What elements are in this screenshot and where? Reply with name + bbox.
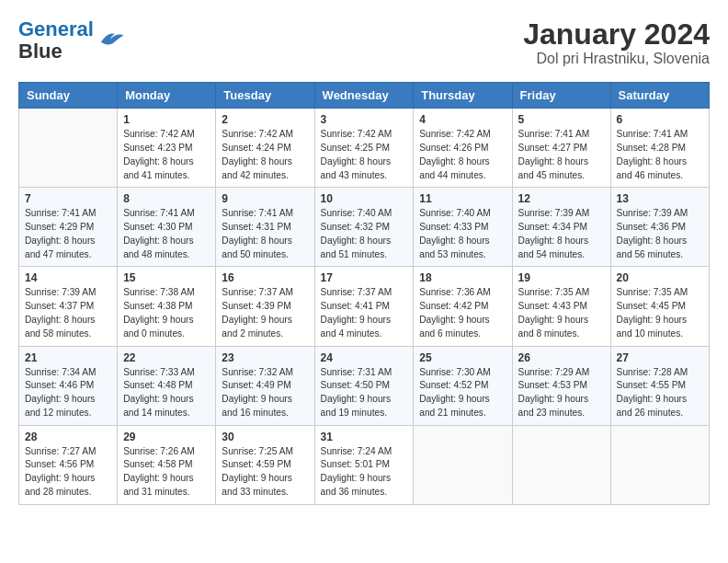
calendar-cell: 7Sunrise: 7:41 AMSunset: 4:29 PMDaylight… <box>19 188 118 267</box>
day-number: 30 <box>222 431 308 443</box>
day-info: Sunrise: 7:42 AMSunset: 4:24 PMDaylight:… <box>222 128 308 182</box>
day-number: 31 <box>321 431 408 443</box>
day-number: 7 <box>25 192 111 205</box>
calendar-cell: 13Sunrise: 7:39 AMSunset: 4:36 PMDayligh… <box>610 188 709 267</box>
day-info: Sunrise: 7:39 AMSunset: 4:37 PMDaylight:… <box>25 286 111 340</box>
day-number: 17 <box>321 271 408 284</box>
weekday-header-friday: Friday <box>512 83 610 109</box>
day-info: Sunrise: 7:39 AMSunset: 4:36 PMDaylight:… <box>617 207 703 261</box>
day-info: Sunrise: 7:41 AMSunset: 4:28 PMDaylight:… <box>617 128 703 182</box>
day-number: 1 <box>123 113 210 126</box>
day-info: Sunrise: 7:34 AMSunset: 4:46 PMDaylight:… <box>25 366 111 420</box>
day-number: 24 <box>321 351 408 364</box>
calendar-cell: 5Sunrise: 7:41 AMSunset: 4:27 PMDaylight… <box>512 109 610 188</box>
day-number: 2 <box>222 113 308 126</box>
calendar-cell: 6Sunrise: 7:41 AMSunset: 4:28 PMDaylight… <box>610 109 709 188</box>
weekday-row: SundayMondayTuesdayWednesdayThursdayFrid… <box>19 83 710 109</box>
calendar-cell: 11Sunrise: 7:40 AMSunset: 4:33 PMDayligh… <box>414 188 512 267</box>
calendar-week-row: 21Sunrise: 7:34 AMSunset: 4:46 PMDayligh… <box>19 346 710 425</box>
calendar-body: 1Sunrise: 7:42 AMSunset: 4:23 PMDaylight… <box>19 109 710 505</box>
day-info: Sunrise: 7:37 AMSunset: 4:39 PMDaylight:… <box>222 286 308 340</box>
weekday-header-tuesday: Tuesday <box>216 83 314 109</box>
day-number: 20 <box>617 271 703 284</box>
calendar-week-row: 28Sunrise: 7:27 AMSunset: 4:56 PMDayligh… <box>19 425 710 504</box>
day-number: 12 <box>518 192 605 205</box>
calendar-cell: 12Sunrise: 7:39 AMSunset: 4:34 PMDayligh… <box>512 188 610 267</box>
weekday-header-saturday: Saturday <box>610 83 709 109</box>
day-number: 25 <box>419 351 506 364</box>
calendar-cell: 19Sunrise: 7:35 AMSunset: 4:43 PMDayligh… <box>512 267 610 346</box>
calendar-header: SundayMondayTuesdayWednesdayThursdayFrid… <box>19 83 710 109</box>
calendar-cell: 25Sunrise: 7:30 AMSunset: 4:52 PMDayligh… <box>414 346 512 425</box>
calendar-cell: 30Sunrise: 7:25 AMSunset: 4:59 PMDayligh… <box>216 425 314 504</box>
day-number: 15 <box>123 271 210 284</box>
day-number: 22 <box>123 351 210 364</box>
calendar-week-row: 7Sunrise: 7:41 AMSunset: 4:29 PMDaylight… <box>19 188 710 267</box>
day-number: 3 <box>321 113 408 126</box>
calendar-cell <box>610 425 709 504</box>
day-number: 6 <box>617 113 703 126</box>
day-info: Sunrise: 7:31 AMSunset: 4:50 PMDaylight:… <box>321 366 408 420</box>
day-info: Sunrise: 7:30 AMSunset: 4:52 PMDaylight:… <box>419 366 506 420</box>
calendar-cell: 15Sunrise: 7:38 AMSunset: 4:38 PMDayligh… <box>118 267 216 346</box>
weekday-header-thursday: Thursday <box>414 83 512 109</box>
day-number: 19 <box>518 271 605 284</box>
day-info: Sunrise: 7:41 AMSunset: 4:27 PMDaylight:… <box>518 128 605 182</box>
calendar-cell: 28Sunrise: 7:27 AMSunset: 4:56 PMDayligh… <box>19 425 118 504</box>
calendar-cell: 10Sunrise: 7:40 AMSunset: 4:32 PMDayligh… <box>314 188 414 267</box>
calendar-cell: 20Sunrise: 7:35 AMSunset: 4:45 PMDayligh… <box>610 267 709 346</box>
day-info: Sunrise: 7:35 AMSunset: 4:43 PMDaylight:… <box>518 286 605 340</box>
day-info: Sunrise: 7:40 AMSunset: 4:33 PMDaylight:… <box>419 207 506 261</box>
calendar-cell <box>19 109 118 188</box>
day-number: 5 <box>518 113 605 126</box>
calendar-cell: 29Sunrise: 7:26 AMSunset: 4:58 PMDayligh… <box>118 425 216 504</box>
logo-bird-icon <box>97 28 125 50</box>
calendar-cell: 17Sunrise: 7:37 AMSunset: 4:41 PMDayligh… <box>314 267 414 346</box>
day-info: Sunrise: 7:41 AMSunset: 4:30 PMDaylight:… <box>123 207 210 261</box>
calendar-cell: 3Sunrise: 7:42 AMSunset: 4:25 PMDaylight… <box>314 109 414 188</box>
day-info: Sunrise: 7:41 AMSunset: 4:29 PMDaylight:… <box>25 207 111 261</box>
day-info: Sunrise: 7:33 AMSunset: 4:48 PMDaylight:… <box>123 366 210 420</box>
calendar-cell: 31Sunrise: 7:24 AMSunset: 5:01 PMDayligh… <box>314 425 414 504</box>
calendar-week-row: 14Sunrise: 7:39 AMSunset: 4:37 PMDayligh… <box>19 267 710 346</box>
calendar-cell <box>512 425 610 504</box>
day-info: Sunrise: 7:42 AMSunset: 4:26 PMDaylight:… <box>419 128 506 182</box>
calendar-cell: 16Sunrise: 7:37 AMSunset: 4:39 PMDayligh… <box>216 267 314 346</box>
day-number: 18 <box>419 271 506 284</box>
page-header: General Blue January 2024 Dol pri Hrastn… <box>18 18 710 67</box>
day-number: 21 <box>25 351 111 364</box>
day-info: Sunrise: 7:39 AMSunset: 4:34 PMDaylight:… <box>518 207 605 261</box>
calendar-cell: 1Sunrise: 7:42 AMSunset: 4:23 PMDaylight… <box>118 109 216 188</box>
calendar-cell: 23Sunrise: 7:32 AMSunset: 4:49 PMDayligh… <box>216 346 314 425</box>
day-number: 13 <box>617 192 703 205</box>
day-info: Sunrise: 7:24 AMSunset: 5:01 PMDaylight:… <box>321 445 408 500</box>
calendar-week-row: 1Sunrise: 7:42 AMSunset: 4:23 PMDaylight… <box>19 109 710 188</box>
day-number: 8 <box>123 192 210 205</box>
calendar-cell: 22Sunrise: 7:33 AMSunset: 4:48 PMDayligh… <box>118 346 216 425</box>
day-info: Sunrise: 7:42 AMSunset: 4:23 PMDaylight:… <box>123 128 210 182</box>
day-number: 16 <box>222 271 308 284</box>
calendar-cell: 9Sunrise: 7:41 AMSunset: 4:31 PMDaylight… <box>216 188 314 267</box>
day-info: Sunrise: 7:40 AMSunset: 4:32 PMDaylight:… <box>321 207 408 261</box>
logo-text: General Blue <box>18 18 94 63</box>
title-block: January 2024 Dol pri Hrastniku, Slovenia <box>523 18 710 67</box>
day-info: Sunrise: 7:29 AMSunset: 4:53 PMDaylight:… <box>518 366 605 420</box>
day-number: 23 <box>222 351 308 364</box>
day-info: Sunrise: 7:28 AMSunset: 4:55 PMDaylight:… <box>617 366 703 420</box>
day-number: 26 <box>518 351 605 364</box>
weekday-header-monday: Monday <box>118 83 216 109</box>
calendar-cell: 18Sunrise: 7:36 AMSunset: 4:42 PMDayligh… <box>414 267 512 346</box>
calendar-table: SundayMondayTuesdayWednesdayThursdayFrid… <box>18 82 710 505</box>
day-info: Sunrise: 7:35 AMSunset: 4:45 PMDaylight:… <box>617 286 703 340</box>
calendar-cell: 27Sunrise: 7:28 AMSunset: 4:55 PMDayligh… <box>610 346 709 425</box>
day-number: 10 <box>321 192 408 205</box>
day-number: 28 <box>25 431 111 443</box>
day-info: Sunrise: 7:27 AMSunset: 4:56 PMDaylight:… <box>25 445 111 500</box>
calendar-cell: 8Sunrise: 7:41 AMSunset: 4:30 PMDaylight… <box>118 188 216 267</box>
weekday-header-sunday: Sunday <box>19 83 118 109</box>
weekday-header-wednesday: Wednesday <box>314 83 414 109</box>
day-info: Sunrise: 7:38 AMSunset: 4:38 PMDaylight:… <box>123 286 210 340</box>
calendar-cell: 26Sunrise: 7:29 AMSunset: 4:53 PMDayligh… <box>512 346 610 425</box>
logo: General Blue <box>18 18 125 63</box>
day-number: 4 <box>419 113 506 126</box>
